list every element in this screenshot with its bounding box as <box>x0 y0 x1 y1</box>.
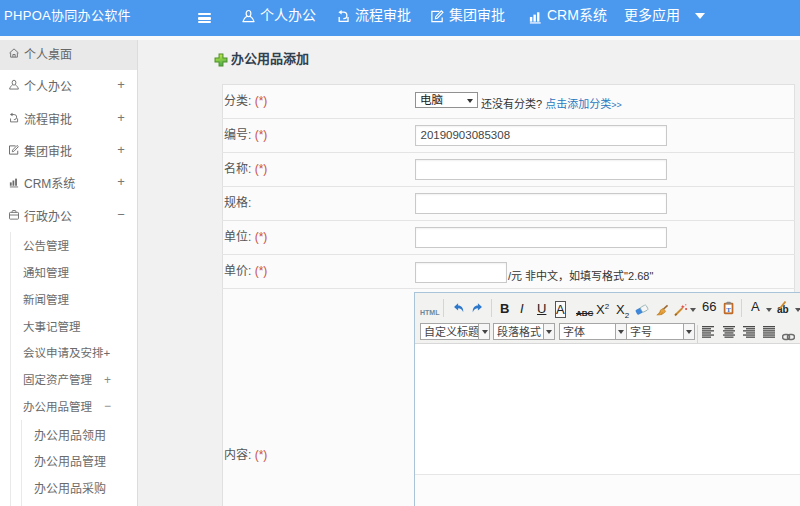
svg-text:T: T <box>726 306 731 314</box>
